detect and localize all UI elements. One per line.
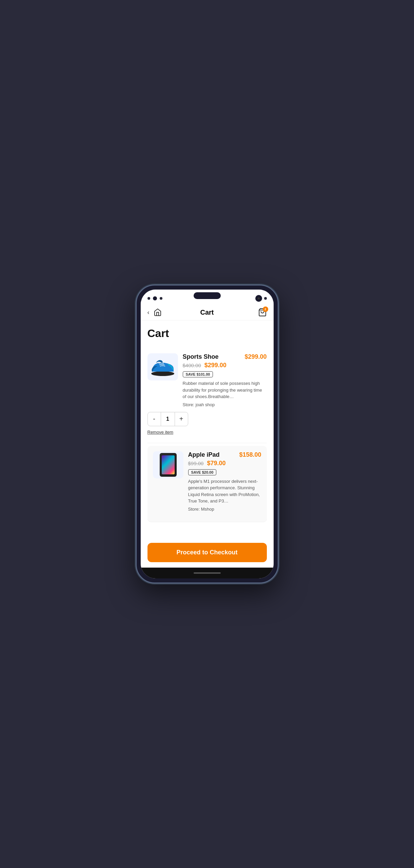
back-button[interactable]: ‹ [147, 309, 150, 316]
item-2-name: Apple iPad [188, 451, 220, 458]
item-1-sale-price: $299.00 [204, 362, 226, 369]
header-right: 2 [258, 308, 267, 317]
main-content: Cart [141, 320, 274, 537]
item-2-details: Apple iPad $158.00 $99.00 $79.00 SAVE $2… [188, 451, 261, 516]
notch-center [194, 292, 221, 299]
item-1-decrease-btn[interactable]: - [148, 412, 161, 426]
front-camera [255, 295, 262, 302]
page-title: Cart [147, 327, 267, 340]
dot-3 [160, 297, 162, 300]
dot-4 [264, 297, 267, 300]
cart-item-2: Apple iPad $158.00 $99.00 $79.00 SAVE $2… [147, 446, 267, 522]
ipad-screen [162, 455, 175, 474]
app-header: ‹ Cart 2 [141, 304, 274, 320]
item-1-save-badge: SAVE $101.00 [183, 371, 213, 377]
cart-badge: 2 [263, 307, 268, 312]
item-2-sale-price: $79.00 [207, 460, 225, 467]
home-indicator [194, 572, 221, 574]
item-2-top-row: Apple iPad $158.00 $99.00 $79.00 SAVE $2… [153, 451, 261, 516]
item-1-top-row: Sports Shoe $299.00 $400.00 $299.00 SAVE… [147, 353, 267, 412]
item-2-original-price: $99.00 [188, 460, 204, 466]
item-2-description: Apple's M1 processor delivers next-gener… [188, 478, 261, 505]
dot-2 [153, 296, 157, 300]
dot-1 [147, 297, 150, 300]
item-1-prices: $400.00 $299.00 [183, 362, 267, 369]
camera-lens [258, 297, 260, 299]
cart-item-1: Sports Shoe $299.00 $400.00 $299.00 SAVE… [147, 348, 267, 443]
item-1-original-price: $400.00 [183, 362, 201, 368]
svg-point-1 [151, 371, 174, 376]
item-1-name: Sports Shoe [183, 353, 219, 360]
item-1-description: Rubber material of sole possesses high d… [183, 380, 267, 400]
item-2-name-price: Apple iPad $158.00 [188, 451, 261, 460]
item-1-store: Store: joah shop [183, 402, 267, 407]
item-1-total: $299.00 [244, 353, 267, 360]
notch-left [147, 296, 162, 300]
item-1-increase-btn[interactable]: + [175, 412, 188, 426]
item-2-image [153, 451, 183, 478]
item-1-image [147, 353, 178, 380]
header-title: Cart [200, 309, 214, 316]
header-left: ‹ [147, 308, 162, 316]
item-1-quantity-control: - 1 + [147, 412, 188, 426]
item-1-quantity: 1 [161, 412, 175, 426]
item-1-remove-link[interactable]: Remove item [147, 430, 267, 435]
checkout-area: Proceed to Checkout [141, 537, 274, 568]
item-2-save-badge: SAVE $20.00 [188, 469, 217, 475]
status-bar [141, 290, 274, 304]
checkout-button[interactable]: Proceed to Checkout [147, 543, 267, 562]
item-2-total: $158.00 [239, 451, 261, 458]
item-2-prices: $99.00 $79.00 [188, 460, 261, 467]
item-1-name-price: Sports Shoe $299.00 [183, 353, 267, 362]
phone-screen: ‹ Cart 2 Cart [141, 290, 274, 578]
ipad-svg [160, 453, 177, 477]
item-2-store: Store: Mshop [188, 507, 261, 512]
cart-icon-wrapper[interactable]: 2 [258, 308, 267, 317]
item-1-details: Sports Shoe $299.00 $400.00 $299.00 SAVE… [183, 353, 267, 412]
phone-frame: ‹ Cart 2 Cart [136, 285, 278, 583]
home-icon[interactable] [154, 308, 162, 316]
notch-right [255, 295, 267, 302]
shoe-svg [149, 357, 176, 377]
bottom-bar [141, 568, 274, 578]
